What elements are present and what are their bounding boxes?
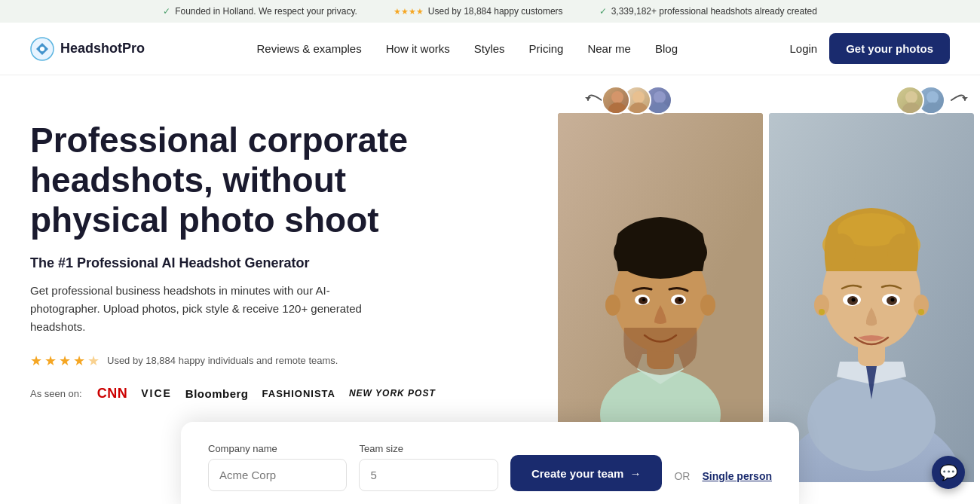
nav-item-blog[interactable]: Blog (655, 42, 678, 56)
svg-point-27 (605, 295, 620, 316)
svg-point-3 (611, 91, 623, 103)
top-banner: ✓ Founded in Holland. We respect your pr… (0, 0, 980, 23)
star-5: ★ (87, 353, 100, 369)
create-team-label: Create your team (531, 467, 624, 480)
logo[interactable]: HeadshotPro (30, 37, 145, 61)
svg-point-1 (40, 47, 44, 51)
login-button[interactable]: Login (789, 42, 817, 55)
company-name-field: Company name (208, 443, 347, 491)
check-icon-1: ✓ (163, 6, 170, 17)
hero-section: Professional corporate headshots, withou… (0, 75, 980, 504)
svg-point-7 (654, 91, 666, 103)
svg-marker-2 (585, 97, 591, 100)
logo-icon (30, 37, 54, 61)
hero-images (558, 75, 980, 482)
svg-point-5 (632, 91, 645, 103)
hero-subtitle: The #1 Professional AI Headshot Generato… (30, 255, 482, 271)
banner-item-1: ✓ Founded in Holland. We respect your pr… (163, 6, 357, 17)
logo-text: HeadshotPro (60, 41, 145, 57)
fashionista-logo: Fashionista (262, 388, 335, 399)
banner-text-3: 3,339,182+ professional headshots alread… (611, 6, 817, 17)
team-size-input[interactable] (359, 459, 498, 491)
nav-link-styles[interactable]: Styles (474, 42, 505, 55)
rating-text: Used by 18,884 happy individuals and rem… (107, 355, 338, 366)
svg-point-8 (651, 102, 669, 115)
nav-links: Reviews & examples How it works Styles P… (256, 42, 678, 56)
svg-point-28 (700, 295, 715, 316)
nypost-logo: NEW YORK POST (349, 388, 436, 399)
chat-icon: 💬 (939, 463, 958, 481)
banner-text-2: Used by 18,884 happy customers (428, 6, 563, 17)
svg-point-10 (902, 102, 920, 115)
female-person-svg (769, 113, 974, 482)
nav-link-near[interactable]: Near me (587, 42, 631, 55)
thumbnails-left (580, 86, 672, 115)
hero-text: Professional corporate headshots, withou… (30, 113, 482, 402)
svg-point-6 (629, 102, 648, 115)
nav-link-blog[interactable]: Blog (655, 42, 678, 55)
get-photos-button[interactable]: Get your photos (829, 33, 950, 64)
svg-point-46 (819, 309, 825, 315)
star-1: ★ (30, 353, 42, 369)
form-card: Company name Team size Create your team … (181, 422, 799, 504)
cnn-logo: CNN (97, 386, 128, 402)
female-headshot (769, 113, 974, 482)
hero-title: Professional corporate headshots, withou… (30, 121, 482, 240)
nav-item-how[interactable]: How it works (386, 42, 450, 56)
nav-link-how[interactable]: How it works (386, 42, 450, 55)
thumb-4 (896, 86, 924, 115)
single-person-button[interactable]: Single person (702, 470, 772, 491)
nav-actions: Login Get your photos (789, 33, 950, 64)
press-logos: CNN VICE Bloomberg Fashionista NEW YORK … (97, 386, 436, 402)
svg-point-26 (678, 298, 681, 301)
company-name-input[interactable] (208, 459, 347, 491)
svg-point-43 (891, 298, 895, 302)
banner-item-2: ★★★★ Used by 18,884 happy customers (394, 6, 563, 17)
svg-point-12 (923, 102, 942, 115)
star-3: ★ (59, 353, 71, 369)
vice-logo: VICE (141, 387, 172, 399)
team-size-label: Team size (359, 443, 498, 454)
thumb-group-right (896, 86, 945, 115)
bloomberg-logo: Bloomberg (185, 387, 249, 400)
thumb-group-left (608, 86, 672, 115)
press-section: As seen on: CNN VICE Bloomberg Fashionis… (30, 386, 482, 402)
star-2: ★ (44, 353, 57, 369)
chat-bubble[interactable]: 💬 (932, 456, 965, 489)
star-4: ★ (73, 353, 85, 369)
banner-stars: ★★★★ (394, 7, 424, 17)
create-team-button[interactable]: Create your team → (510, 455, 663, 491)
hero-description: Get professional business headshots in m… (30, 282, 377, 336)
company-name-label: Company name (208, 443, 347, 454)
svg-point-4 (608, 102, 626, 115)
nav-item-near[interactable]: Near me (587, 42, 631, 56)
svg-point-42 (852, 298, 856, 302)
hero-rating: ★ ★ ★ ★ ★ Used by 18,884 happy individua… (30, 353, 482, 369)
nav-item-styles[interactable]: Styles (474, 42, 505, 56)
svg-point-11 (926, 91, 939, 103)
banner-item-3: ✓ 3,339,182+ professional headshots alre… (599, 6, 817, 17)
svg-point-9 (905, 91, 917, 103)
nav-link-reviews[interactable]: Reviews & examples (256, 42, 361, 55)
thumbnails-right (896, 86, 972, 115)
hero-content-area: Professional corporate headshots, withou… (0, 75, 980, 482)
svg-point-36 (887, 234, 914, 271)
banner-text-1: Founded in Holland. We respect your priv… (175, 6, 357, 17)
svg-point-25 (642, 298, 645, 301)
arrow-icon: → (629, 467, 641, 480)
nav-item-pricing[interactable]: Pricing (529, 42, 564, 56)
navbar: HeadshotPro Reviews & examples How it wo… (0, 23, 980, 75)
svg-marker-13 (962, 97, 968, 100)
press-label: As seen on: (30, 388, 82, 399)
nav-link-pricing[interactable]: Pricing (529, 42, 564, 55)
or-divider: OR (674, 470, 690, 491)
arrow-right-icon (945, 87, 972, 114)
nav-item-reviews[interactable]: Reviews & examples (256, 42, 361, 56)
svg-point-47 (918, 309, 924, 315)
team-size-field: Team size (359, 443, 498, 491)
thumb-1 (602, 86, 630, 115)
rating-stars: ★ ★ ★ ★ ★ (30, 353, 100, 369)
check-icon-2: ✓ (599, 6, 607, 17)
svg-point-37 (828, 234, 856, 271)
